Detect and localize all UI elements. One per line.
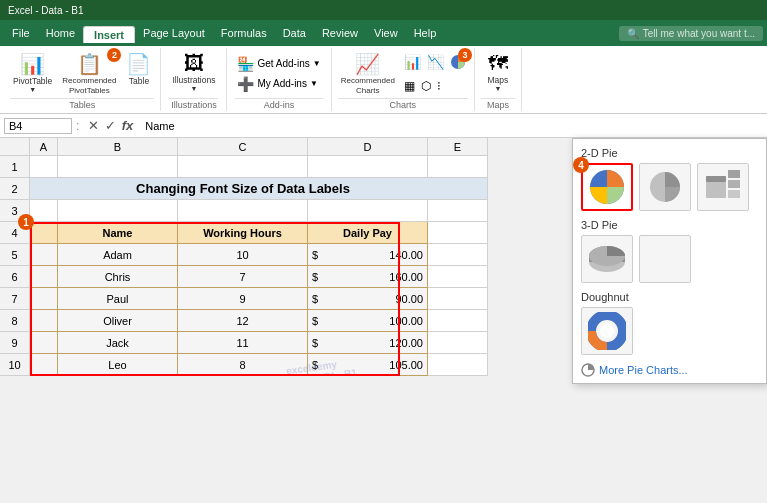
cell-e6[interactable] (428, 266, 488, 288)
line-chart-button[interactable]: 📉 (425, 52, 446, 75)
formula-input[interactable]: Name (141, 119, 763, 133)
cell-e5[interactable] (428, 244, 488, 266)
cell-e8[interactable] (428, 310, 488, 332)
cell-b7[interactable]: Paul (58, 288, 178, 310)
col-header-e[interactable]: E (428, 138, 488, 156)
row-header-6[interactable]: 6 (0, 266, 30, 288)
cell-e10[interactable] (428, 354, 488, 376)
row-header-5[interactable]: 5 (0, 244, 30, 266)
menu-review[interactable]: Review (314, 25, 366, 41)
menu-help[interactable]: Help (406, 25, 445, 41)
cell-b5[interactable]: Adam (58, 244, 178, 266)
cell-a7[interactable] (30, 288, 58, 310)
my-addins-button[interactable]: ➕ My Add-ins ▼ (235, 75, 322, 93)
cell-d5[interactable]: $140.00 (308, 244, 428, 266)
menu-insert[interactable]: Insert (83, 26, 135, 43)
cell-b4[interactable]: Name (58, 222, 178, 244)
cell-a2[interactable] (30, 178, 58, 200)
cell-d8[interactable]: $100.00 (308, 310, 428, 332)
menu-page-layout[interactable]: Page Layout (135, 25, 213, 41)
menu-view[interactable]: View (366, 25, 406, 41)
cell-e3[interactable] (428, 200, 488, 222)
recommended-charts-button[interactable]: 📈 RecommendedCharts (338, 50, 398, 97)
recommended-pivot-button[interactable]: 2 📋 RecommendedPivotTables (59, 50, 119, 97)
col-header-b[interactable]: B (58, 138, 178, 156)
row-header-9[interactable]: 9 (0, 332, 30, 354)
ribbon-group-tables: 📊 PivotTable ▼ 2 📋 RecommendedPivotTable… (4, 48, 161, 111)
col-header-c[interactable]: C (178, 138, 308, 156)
menu-data[interactable]: Data (275, 25, 314, 41)
row-header-7[interactable]: 7 (0, 288, 30, 310)
area-chart-button[interactable]: ⬡ (419, 77, 433, 95)
pie-chart-button[interactable]: 3 (448, 52, 468, 75)
cell-e7[interactable] (428, 288, 488, 310)
cell-a3[interactable] (30, 200, 58, 222)
cell-b8[interactable]: Oliver (58, 310, 178, 332)
menu-home[interactable]: Home (38, 25, 83, 41)
cell-d9[interactable]: $120.00 (308, 332, 428, 354)
cell-c4[interactable]: Working Hours (178, 222, 308, 244)
cell-a6[interactable] (30, 266, 58, 288)
cell-d6[interactable]: $160.00 (308, 266, 428, 288)
cell-d3[interactable] (308, 200, 428, 222)
row-header-10[interactable]: 10 (0, 354, 30, 376)
cell-a9[interactable] (30, 332, 58, 354)
cell-a5[interactable] (30, 244, 58, 266)
pie-2d-option-2[interactable] (639, 163, 691, 211)
group-label-illustrations: Illustrations (169, 98, 218, 111)
scatter-chart-button[interactable]: ⁝ (435, 77, 443, 95)
pie-2d-option-1[interactable] (581, 163, 633, 211)
more-pie-charts-link[interactable]: More Pie Charts... (581, 363, 758, 377)
maps-button[interactable]: 🗺 Maps ▼ (481, 50, 515, 94)
pivot-table-button[interactable]: 📊 PivotTable ▼ (10, 50, 55, 95)
cell-a4[interactable] (30, 222, 58, 244)
cell-e9[interactable]: exceldemyEXCEL · DATA · B1 (428, 332, 488, 354)
doughnut-option-1[interactable] (581, 307, 633, 355)
cell-a8[interactable] (30, 310, 58, 332)
menu-file[interactable]: File (4, 25, 38, 41)
pie-chart-dropdown: 2-D Pie (572, 138, 767, 384)
row-header-2[interactable]: 2 (0, 178, 30, 200)
table-button[interactable]: 📄 Table (123, 50, 154, 88)
cell-a10[interactable] (30, 354, 58, 376)
cell-d7[interactable]: $90.00 (308, 288, 428, 310)
cell-e1[interactable] (428, 156, 488, 178)
col-header-a[interactable]: A (30, 138, 58, 156)
cell-c8[interactable]: 12 (178, 310, 308, 332)
cell-c3[interactable] (178, 200, 308, 222)
cell-c1[interactable] (178, 156, 308, 178)
cell-e2[interactable] (428, 178, 488, 200)
group-label-tables: Tables (10, 98, 154, 111)
cell-b2-title[interactable]: Changing Font Size of Data Labels (58, 178, 428, 200)
cell-b3[interactable] (58, 200, 178, 222)
menu-formulas[interactable]: Formulas (213, 25, 275, 41)
col-header-d[interactable]: D (308, 138, 428, 156)
row-header-8[interactable]: 8 (0, 310, 30, 332)
cell-b9[interactable]: Jack (58, 332, 178, 354)
pie-small-icon (581, 363, 595, 377)
cell-a1[interactable] (30, 156, 58, 178)
search-box[interactable]: 🔍 Tell me what you want t... (619, 26, 763, 41)
fx-icon[interactable]: fx (122, 118, 134, 133)
pie-2d-option-3[interactable] (697, 163, 749, 211)
illustrations-button[interactable]: 🖼 Illustrations ▼ (169, 50, 218, 94)
get-addins-button[interactable]: 🏪 Get Add-ins ▼ (235, 55, 322, 73)
name-box[interactable] (4, 118, 72, 134)
cell-c9[interactable]: 11 (178, 332, 308, 354)
cell-e4[interactable] (428, 222, 488, 244)
cell-b1[interactable] (58, 156, 178, 178)
cell-d4[interactable]: Daily Pay (308, 222, 428, 244)
cell-c6[interactable]: 7 (178, 266, 308, 288)
bar-chart-button[interactable]: ▦ (402, 77, 417, 95)
cell-c5[interactable]: 10 (178, 244, 308, 266)
column-chart-button[interactable]: 📊 (402, 52, 423, 75)
cancel-icon[interactable]: ✕ (88, 118, 99, 133)
pie-3d-option-2[interactable] (639, 235, 691, 283)
confirm-icon[interactable]: ✓ (105, 118, 116, 133)
pie-3d-option-1[interactable] (581, 235, 633, 283)
cell-d1[interactable] (308, 156, 428, 178)
row-header-1[interactable]: 1 (0, 156, 30, 178)
cell-b10[interactable]: Leo (58, 354, 178, 376)
cell-b6[interactable]: Chris (58, 266, 178, 288)
cell-c7[interactable]: 9 (178, 288, 308, 310)
